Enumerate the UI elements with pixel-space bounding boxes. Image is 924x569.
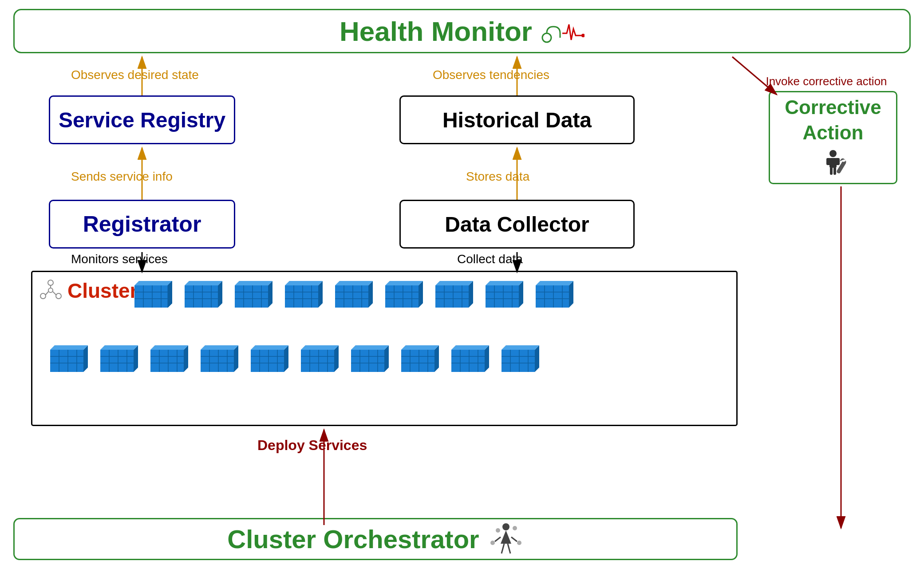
container-icon <box>96 345 138 375</box>
diagram-wrapper: Health Monitor Service Registry Registra… <box>13 9 911 560</box>
svg-marker-27 <box>185 281 222 285</box>
svg-marker-33 <box>235 285 268 308</box>
svg-line-172 <box>501 544 504 553</box>
svg-point-177 <box>513 526 517 530</box>
svg-marker-91 <box>50 345 88 350</box>
svg-marker-99 <box>100 345 138 350</box>
svg-line-170 <box>495 537 501 541</box>
svg-marker-59 <box>385 281 423 285</box>
health-monitor-icon <box>540 18 584 44</box>
svg-marker-138 <box>384 345 389 372</box>
svg-marker-155 <box>451 345 489 350</box>
svg-point-8 <box>48 280 53 285</box>
corrective-action-line2: Action <box>803 121 864 145</box>
svg-marker-131 <box>301 345 339 350</box>
svg-marker-98 <box>134 345 138 372</box>
svg-marker-34 <box>268 281 272 308</box>
svg-point-174 <box>490 541 495 545</box>
juggler-icon <box>488 522 524 557</box>
svg-rect-5 <box>835 158 840 165</box>
health-monitor-title: Health Monitor <box>340 16 532 47</box>
svg-line-13 <box>45 292 48 295</box>
containers-row-1 <box>130 281 573 311</box>
svg-marker-58 <box>419 281 423 308</box>
svg-marker-123 <box>251 345 288 350</box>
deploy-services-label: Deploy Services <box>257 437 367 454</box>
svg-marker-161 <box>501 350 535 372</box>
svg-marker-75 <box>486 281 523 285</box>
container-icon <box>130 281 172 311</box>
svg-rect-4 <box>826 158 831 165</box>
svg-point-1 <box>581 34 584 37</box>
container-icon <box>481 281 523 311</box>
svg-point-175 <box>517 541 521 545</box>
svg-point-11 <box>48 288 53 292</box>
svg-marker-73 <box>486 285 519 308</box>
container-icon <box>280 281 323 311</box>
cluster-box: Cluster <box>31 271 738 426</box>
observes-desired-state-label: Observes desired state <box>71 68 199 82</box>
corrective-action-line1: Corrective <box>785 96 881 119</box>
stores-data-label: Stores data <box>466 170 529 184</box>
svg-marker-67 <box>435 281 473 285</box>
svg-marker-25 <box>185 285 218 308</box>
svg-marker-129 <box>301 350 334 372</box>
container-icon <box>431 281 473 311</box>
container-icon <box>347 345 389 375</box>
svg-marker-74 <box>519 281 523 308</box>
svg-marker-43 <box>285 281 323 285</box>
container-icon <box>397 345 439 375</box>
container-icon <box>246 345 288 375</box>
cluster-label: Cluster <box>39 278 138 303</box>
container-icon <box>331 281 373 311</box>
svg-marker-16 <box>134 285 168 308</box>
registrator-box: Registrator <box>49 200 235 249</box>
svg-marker-121 <box>251 350 284 372</box>
svg-marker-146 <box>434 345 439 372</box>
data-collector-title: Data Collector <box>445 212 589 237</box>
service-registry-title: Service Registry <box>59 108 225 132</box>
svg-marker-139 <box>351 345 389 350</box>
svg-marker-106 <box>184 345 188 372</box>
svg-line-171 <box>511 537 517 541</box>
container-icon <box>447 345 489 375</box>
svg-marker-65 <box>435 285 469 308</box>
collect-data-label: Collect data <box>457 252 523 266</box>
svg-marker-83 <box>536 281 573 285</box>
svg-marker-66 <box>469 281 473 308</box>
svg-marker-163 <box>501 345 539 350</box>
container-icon <box>196 345 238 375</box>
svg-marker-41 <box>285 285 318 308</box>
svg-marker-145 <box>401 350 434 372</box>
svg-marker-51 <box>335 281 373 285</box>
svg-point-0 <box>542 33 551 42</box>
cluster-orchestrator-title: Cluster Orchestrator <box>227 524 479 554</box>
corrective-action-box: Corrective Action <box>769 91 897 184</box>
svg-marker-154 <box>485 345 489 372</box>
monitors-services-label: Monitors services <box>71 252 168 266</box>
cluster-orchestrator-box: Cluster Orchestrator <box>13 518 738 560</box>
container-icon <box>46 345 88 375</box>
historical-data-box: Historical Data <box>399 95 635 144</box>
containers-row-2 <box>46 345 539 375</box>
container-icon <box>497 345 539 375</box>
svg-marker-50 <box>368 281 373 308</box>
svg-marker-35 <box>235 281 272 285</box>
svg-marker-81 <box>536 285 569 308</box>
svg-marker-18 <box>134 281 172 285</box>
service-registry-box: Service Registry <box>49 95 235 144</box>
svg-marker-57 <box>385 285 419 308</box>
container-icon <box>296 345 339 375</box>
svg-line-14 <box>53 292 56 295</box>
svg-point-176 <box>496 528 500 533</box>
svg-marker-107 <box>150 345 188 350</box>
svg-marker-90 <box>83 345 88 372</box>
svg-marker-105 <box>150 350 184 372</box>
svg-line-173 <box>508 544 510 553</box>
historical-data-title: Historical Data <box>442 108 592 132</box>
observes-tendencies-label: Observes tendencies <box>433 68 549 82</box>
cluster-title: Cluster <box>67 279 138 303</box>
svg-marker-114 <box>234 345 238 372</box>
svg-point-10 <box>56 293 61 299</box>
svg-marker-49 <box>335 285 368 308</box>
